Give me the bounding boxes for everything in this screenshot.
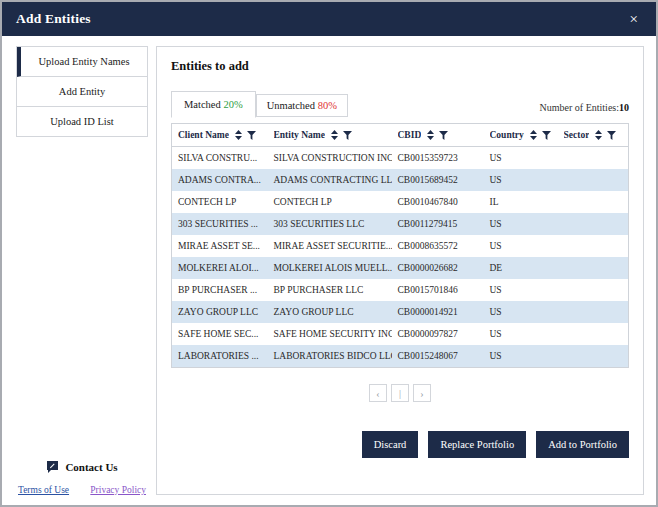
discard-button[interactable]: Discard: [362, 431, 419, 458]
cell-country: US: [484, 235, 558, 257]
sidebar-nav: Upload Entity Names Add Entity Upload ID…: [16, 46, 148, 137]
cell-client-name: SILVA CONSTRU...: [172, 147, 268, 170]
cell-cbid: CB0000026682: [392, 257, 484, 279]
filter-icon[interactable]: [247, 131, 256, 140]
modal-title: Add Entities: [16, 11, 91, 27]
column-label: CBID: [398, 130, 422, 140]
cell-country: US: [484, 345, 558, 368]
contact-us-label: Contact Us: [65, 461, 117, 473]
sort-icon[interactable]: [235, 130, 242, 140]
table-row[interactable]: ZAYO GROUP LLC ZAYO GROUP LLC CB00000149…: [172, 301, 629, 323]
cell-sector: [558, 147, 629, 170]
filter-icon[interactable]: [542, 131, 551, 140]
pagination-prev-button[interactable]: ‹: [369, 384, 387, 402]
add-to-portfolio-button[interactable]: Add to Portfolio: [536, 431, 629, 458]
contact-us-button[interactable]: Contact Us: [16, 460, 148, 473]
sort-icon[interactable]: [427, 130, 434, 140]
cell-client-name: MIRAE ASSET SE...: [172, 235, 268, 257]
sidebar-item-label: Add Entity: [59, 86, 105, 97]
table-row[interactable]: ADAMS CONTRA... ADAMS CONTRACTING LLC CB…: [172, 169, 629, 191]
sidebar: Upload Entity Names Add Entity Upload ID…: [16, 46, 148, 495]
cell-country: DE: [484, 257, 558, 279]
entities-count: Number of Entities:10: [540, 102, 629, 117]
action-buttons: Discard Replace Portfolio Add to Portfol…: [171, 431, 629, 458]
cell-sector: [558, 323, 629, 345]
filter-icon[interactable]: [343, 131, 352, 140]
replace-portfolio-button[interactable]: Replace Portfolio: [428, 431, 526, 458]
table-row[interactable]: LABORATORIES ... LABORATORIES BIDCO LLC …: [172, 345, 629, 368]
cell-cbid: CB0015701846: [392, 279, 484, 301]
pagination-page-indicator: |: [391, 384, 409, 402]
cell-client-name: CONTECH LP: [172, 191, 268, 213]
cell-entity-name: ZAYO GROUP LLC: [268, 301, 392, 323]
sidebar-item-upload-id-list[interactable]: Upload ID List: [17, 107, 147, 136]
legal-links: Terms of Use Privacy Policy: [16, 485, 148, 495]
pagination: ‹ | ›: [171, 384, 629, 402]
cell-entity-name: SAFE HOME SECURITY INC: [268, 323, 392, 345]
modal-header: Add Entities ×: [2, 2, 656, 36]
tab-matched[interactable]: Matched 20%: [171, 91, 256, 118]
page-title: Entities to add: [171, 59, 629, 74]
matched-percent: 20%: [223, 99, 242, 110]
sort-icon[interactable]: [530, 130, 537, 140]
cell-entity-name: LABORATORIES BIDCO LLC: [268, 345, 392, 368]
table-row[interactable]: 303 SECURITIES ... 303 SECURITIES LLC CB…: [172, 213, 629, 235]
col-header-sector[interactable]: Sector: [558, 124, 629, 147]
cell-sector: [558, 213, 629, 235]
pagination-next-button[interactable]: ›: [413, 384, 431, 402]
cell-cbid: CB0015359723: [392, 147, 484, 170]
entities-table: Client Name Entity Name CBID: [171, 123, 629, 368]
tab-unmatched-label: Unmatched: [267, 100, 315, 111]
table-row[interactable]: SILVA CONSTRU... SILVA CONSTRUCTION INC …: [172, 147, 629, 170]
entities-count-value: 10: [619, 102, 629, 113]
cell-client-name: 303 SECURITIES ...: [172, 213, 268, 235]
table-row[interactable]: BP PURCHASER ... BP PURCHASER LLC CB0015…: [172, 279, 629, 301]
tab-unmatched[interactable]: Unmatched 80%: [256, 94, 348, 117]
cell-cbid: CB0011279415: [392, 213, 484, 235]
tabs-row: Matched 20% Unmatched 80% Number of Enti…: [171, 90, 629, 117]
cell-entity-name: MIRAE ASSET SECURITIE...: [268, 235, 392, 257]
cell-cbid: CB0015689452: [392, 169, 484, 191]
privacy-policy-link[interactable]: Privacy Policy: [90, 485, 146, 495]
cell-cbid: CB0008635572: [392, 235, 484, 257]
cell-country: IL: [484, 191, 558, 213]
tab-matched-label: Matched: [184, 99, 221, 110]
cell-client-name: SAFE HOME SEC...: [172, 323, 268, 345]
close-icon[interactable]: ×: [626, 10, 642, 29]
modal-body: Upload Entity Names Add Entity Upload ID…: [2, 36, 656, 505]
cell-cbid: CB0000014921: [392, 301, 484, 323]
sidebar-item-upload-entity-names[interactable]: Upload Entity Names: [17, 47, 147, 77]
cell-entity-name: MOLKEREI ALOIS MUELL...: [268, 257, 392, 279]
terms-of-use-link[interactable]: Terms of Use: [18, 485, 69, 495]
table-header-row: Client Name Entity Name CBID: [172, 124, 629, 147]
column-label: Client Name: [178, 130, 229, 140]
table-row[interactable]: CONTECH LP CONTECH LP CB0010467840 IL: [172, 191, 629, 213]
add-entities-modal: Add Entities × Upload Entity Names Add E…: [0, 0, 658, 507]
table-row[interactable]: MIRAE ASSET SE... MIRAE ASSET SECURITIE.…: [172, 235, 629, 257]
sort-icon[interactable]: [595, 130, 602, 140]
cell-entity-name: BP PURCHASER LLC: [268, 279, 392, 301]
cell-cbid: CB0015248067: [392, 345, 484, 368]
cell-sector: [558, 301, 629, 323]
entities-count-label: Number of Entities:: [540, 102, 619, 113]
sort-icon[interactable]: [331, 130, 338, 140]
col-header-country[interactable]: Country: [484, 124, 558, 147]
col-header-client-name[interactable]: Client Name: [172, 124, 268, 147]
cell-client-name: ADAMS CONTRA...: [172, 169, 268, 191]
cell-sector: [558, 279, 629, 301]
main-panel: Entities to add Matched 20% Unmatched 80…: [156, 46, 644, 495]
table-row[interactable]: MOLKEREI ALOI... MOLKEREI ALOIS MUELL...…: [172, 257, 629, 279]
filter-icon[interactable]: [607, 131, 616, 140]
table-row[interactable]: SAFE HOME SEC... SAFE HOME SECURITY INC …: [172, 323, 629, 345]
col-header-cbid[interactable]: CBID: [392, 124, 484, 147]
unmatched-percent: 80%: [318, 100, 337, 111]
filter-icon[interactable]: [439, 131, 448, 140]
cell-entity-name: SILVA CONSTRUCTION INC: [268, 147, 392, 170]
cell-client-name: MOLKEREI ALOI...: [172, 257, 268, 279]
cell-cbid: CB0000097827: [392, 323, 484, 345]
cell-entity-name: 303 SECURITIES LLC: [268, 213, 392, 235]
sidebar-item-label: Upload ID List: [50, 116, 114, 127]
sidebar-item-add-entity[interactable]: Add Entity: [17, 77, 147, 107]
chat-icon: [46, 460, 59, 473]
col-header-entity-name[interactable]: Entity Name: [268, 124, 392, 147]
